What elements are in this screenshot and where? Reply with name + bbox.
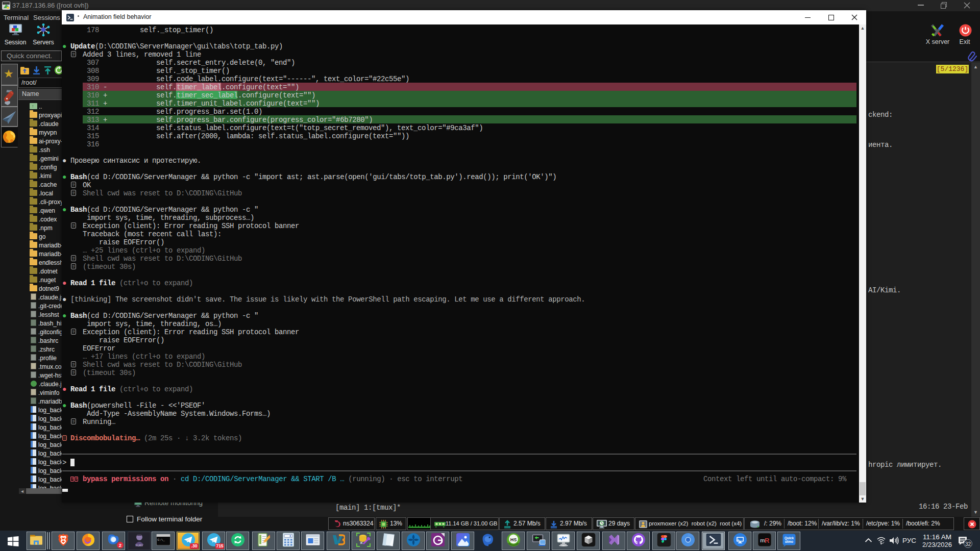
svg-text:FURY: FURY xyxy=(135,544,143,547)
svg-text:C:\_: C:\_ xyxy=(157,538,165,542)
svg-text:HS: HS xyxy=(510,537,517,542)
svg-text:utmo: utmo xyxy=(785,540,793,543)
svg-text:R: R xyxy=(765,537,770,544)
